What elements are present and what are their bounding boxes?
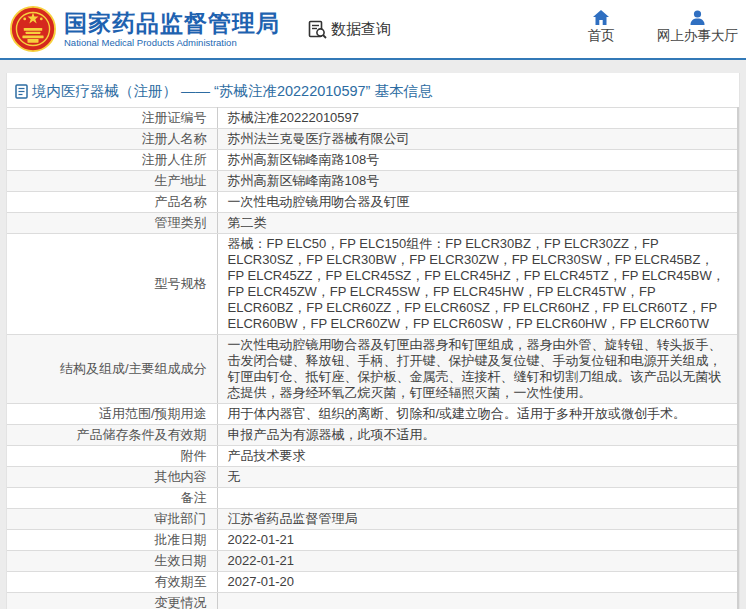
row-label: 结构及组成/主要组成成分 <box>7 335 217 404</box>
table-row: 批准日期2022-01-21 <box>7 530 738 551</box>
nav-item-label: 网上办事大厅 <box>657 28 738 44</box>
row-value: 苏州高新区锦峰南路108号 <box>217 171 738 192</box>
row-label-text: 批准日期 <box>155 532 207 547</box>
row-label-text: 生效日期 <box>155 553 207 568</box>
row-label-text: 变更情况 <box>155 595 207 609</box>
row-label-text: 有效期至 <box>155 574 207 589</box>
home-icon <box>593 10 609 25</box>
row-value <box>217 488 738 509</box>
row-label: 审批部门 <box>7 509 217 530</box>
row-label: 注册人名称 <box>7 129 217 150</box>
table-row: 注册人住所苏州高新区锦峰南路108号 <box>7 150 738 171</box>
breadcrumb: 境内医疗器械（注册） —— “苏械注准20222010597” 基本信息 <box>7 73 739 107</box>
table-row: 结构及组成/主要组成成分一次性电动腔镜用吻合器及钉匣由器身和钉匣组成，器身由外管… <box>7 335 738 404</box>
agency-name-cn: 国家药品监督管理局 <box>64 10 280 36</box>
table-row: 产品储存条件及有效期申报产品为有源器械，此项不适用。 <box>7 425 738 446</box>
row-label-text: 其他内容 <box>155 469 207 484</box>
table-row: 管理类别第二类 <box>7 213 738 234</box>
row-label: 型号规格 <box>7 234 217 335</box>
registration-info-table: 注册证编号苏械注准20222010597注册人名称苏州法兰克曼医疗器械有限公司注… <box>7 107 739 609</box>
table-row: 生效日期2022-01-21 <box>7 551 738 572</box>
row-label: 备注 <box>7 488 217 509</box>
data-query-tab[interactable]: 数据查询 <box>308 20 391 39</box>
table-row: 附件产品技术要求 <box>7 446 738 467</box>
row-value: 2022-01-21 <box>217 551 738 572</box>
table-row: 变更情况 <box>7 593 738 609</box>
header-logo[interactable]: 国家药品监督管理局 National Medical Products Admi… <box>10 6 280 52</box>
content-panel: 境内医疗器械（注册） —— “苏械注准20222010597” 基本信息 注册证… <box>6 73 740 609</box>
table-row: 其他内容无 <box>7 467 738 488</box>
page-title: 境内医疗器械（注册） —— “苏械注准20222010597” 基本信息 <box>32 82 432 100</box>
table-row: 备注 <box>7 488 738 509</box>
row-label: 产品名称 <box>7 192 217 213</box>
table-row: 有效期至2027-01-20 <box>7 572 738 593</box>
row-value: 无 <box>217 467 738 488</box>
row-value: 苏州法兰克曼医疗器械有限公司 <box>217 129 738 150</box>
agency-name-en: National Medical Products Administration <box>64 37 280 49</box>
row-label: 有效期至 <box>7 572 217 593</box>
row-value <box>217 593 738 609</box>
row-label: 生产地址 <box>7 171 217 192</box>
row-value: 苏械注准20222010597 <box>217 108 738 129</box>
table-row: 产品名称一次性电动腔镜用吻合器及钉匣 <box>7 192 738 213</box>
table-row: 注册人名称苏州法兰克曼医疗器械有限公司 <box>7 129 738 150</box>
page-gap <box>0 60 746 73</box>
row-value: 江苏省药品监督管理局 <box>217 509 738 530</box>
document-icon <box>15 84 28 99</box>
row-label: 管理类别 <box>7 213 217 234</box>
row-label-text: 结构及组成/主要组成成分 <box>60 361 207 376</box>
row-label-text: 管理类别 <box>155 215 207 230</box>
row-label-text: 产品名称 <box>155 194 207 209</box>
page-header: 国家药品监督管理局 National Medical Products Admi… <box>0 0 746 60</box>
row-label: 附件 <box>7 446 217 467</box>
table-row: 适用范围/预期用途用于体内器官、组织的离断、切除和/或建立吻合。适用于多种开放或… <box>7 404 738 425</box>
row-label-text: 适用范围/预期用途 <box>99 406 207 421</box>
row-label-text: 注册人住所 <box>142 152 207 167</box>
row-label: 批准日期 <box>7 530 217 551</box>
row-label-text: 注册证编号 <box>142 110 207 125</box>
table-row: 生产地址苏州高新区锦峰南路108号 <box>7 171 738 192</box>
row-label: 其他内容 <box>7 467 217 488</box>
nav-item-home[interactable]: 首页 <box>579 10 623 44</box>
row-label-text: 注册人名称 <box>142 131 207 146</box>
info-table-body: 注册证编号苏械注准20222010597注册人名称苏州法兰克曼医疗器械有限公司注… <box>7 108 738 609</box>
row-value: 器械：FP ELC50，FP ELC150组件：FP ELCR30BZ，FP E… <box>217 234 738 335</box>
row-label-text: 型号规格 <box>155 276 207 291</box>
table-row: 型号规格器械：FP ELC50，FP ELC150组件：FP ELCR30BZ，… <box>7 234 738 335</box>
row-label: 注册证编号 <box>7 108 217 129</box>
row-value: 第二类 <box>217 213 738 234</box>
row-label: 生效日期 <box>7 551 217 572</box>
row-label-text: 产品储存条件及有效期 <box>77 427 207 442</box>
row-label-text: 生产地址 <box>155 173 207 188</box>
table-row: 审批部门江苏省药品监督管理局 <box>7 509 738 530</box>
row-value: 申报产品为有源器械，此项不适用。 <box>217 425 738 446</box>
header-nav: 首页 网上办事大厅 <box>579 10 738 44</box>
row-value: 2027-01-20 <box>217 572 738 593</box>
person-icon <box>690 10 705 25</box>
row-value: 产品技术要求 <box>217 446 738 467</box>
row-label: 适用范围/预期用途 <box>7 404 217 425</box>
row-label: 产品储存条件及有效期 <box>7 425 217 446</box>
row-value: 一次性电动腔镜用吻合器及钉匣由器身和钉匣组成，器身由外管、旋转钮、转头扳手、击发… <box>217 335 738 404</box>
row-label: 变更情况 <box>7 593 217 609</box>
nav-item-label: 首页 <box>588 28 615 44</box>
row-value: 一次性电动腔镜用吻合器及钉匣 <box>217 192 738 213</box>
nav-item-service-hall[interactable]: 网上办事大厅 <box>657 10 738 44</box>
row-label-text: 备注 <box>181 490 207 505</box>
row-label-text: 审批部门 <box>155 511 207 526</box>
national-emblem-icon <box>10 6 56 52</box>
document-search-icon <box>308 20 327 39</box>
row-value: 苏州高新区锦峰南路108号 <box>217 150 738 171</box>
row-label: 注册人住所 <box>7 150 217 171</box>
data-query-label: 数据查询 <box>331 20 391 39</box>
table-row: 注册证编号苏械注准20222010597 <box>7 108 738 129</box>
row-value: 用于体内器官、组织的离断、切除和/或建立吻合。适用于多种开放或微创手术。 <box>217 404 738 425</box>
row-value: 2022-01-21 <box>217 530 738 551</box>
row-label-text: 附件 <box>181 448 207 463</box>
